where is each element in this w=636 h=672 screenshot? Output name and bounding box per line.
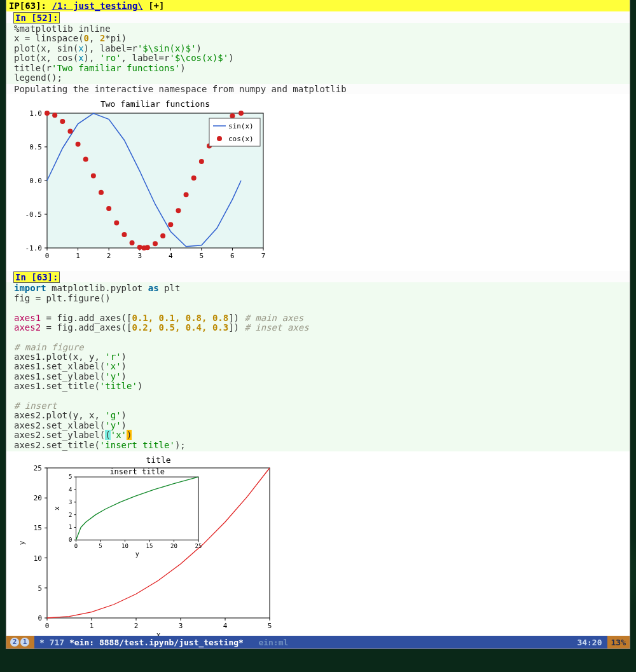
svg-point-47 xyxy=(184,193,189,198)
svg-point-54 xyxy=(238,111,244,116)
svg-rect-88 xyxy=(76,477,199,540)
svg-text:5: 5 xyxy=(268,622,272,630)
svg-text:1: 1 xyxy=(90,622,94,630)
svg-point-46 xyxy=(176,209,181,214)
svg-text:2: 2 xyxy=(107,252,111,260)
svg-text:5: 5 xyxy=(69,474,72,480)
svg-text:title: title xyxy=(146,455,170,465)
chart-2-wrap: titlexy0123450510152025insert titleyx051… xyxy=(6,451,630,647)
svg-text:1.0: 1.0 xyxy=(29,109,42,118)
svg-point-37 xyxy=(114,221,119,226)
svg-text:y: y xyxy=(135,551,139,558)
svg-text:-0.5: -0.5 xyxy=(25,210,43,219)
svg-point-42 xyxy=(145,245,150,250)
svg-text:1: 1 xyxy=(69,524,72,530)
svg-point-44 xyxy=(160,233,165,238)
svg-text:2: 2 xyxy=(134,622,139,630)
cell-prompt-63[interactable]: In [63]: xyxy=(14,272,59,282)
svg-point-32 xyxy=(76,142,81,147)
badge-2-icon: 1 xyxy=(20,638,29,647)
svg-text:2: 2 xyxy=(69,512,72,518)
svg-text:5: 5 xyxy=(38,584,42,593)
svg-point-49 xyxy=(199,159,204,164)
svg-text:10: 10 xyxy=(121,543,128,549)
svg-text:0: 0 xyxy=(69,537,72,543)
svg-point-36 xyxy=(106,206,111,211)
title-suffix: [+] xyxy=(148,1,164,11)
svg-text:0: 0 xyxy=(45,622,50,630)
svg-text:4: 4 xyxy=(169,252,173,260)
mode-line: 2 1 * 717 *ein: 8888/test.ipynb/just_tes… xyxy=(6,636,630,648)
svg-text:cos(x): cos(x) xyxy=(228,135,254,143)
status-percent: 13% xyxy=(607,636,630,648)
code-cell-52[interactable]: %matplotlib inline x = linspace(0, 2*pi)… xyxy=(6,23,630,84)
badge-1-icon: 2 xyxy=(10,638,19,647)
title-path: /1: just_testing\ xyxy=(52,1,142,11)
svg-text:-1.0: -1.0 xyxy=(25,244,43,252)
emacs-editor[interactable]: IP[63]: /1: just_testing\ [+] In [52]: %… xyxy=(6,0,630,648)
svg-text:0: 0 xyxy=(38,614,42,622)
svg-point-29 xyxy=(52,113,57,118)
cell-prompt-52[interactable]: In [52]: xyxy=(14,13,59,23)
svg-point-53 xyxy=(230,114,235,119)
svg-text:sin(x): sin(x) xyxy=(228,122,254,130)
svg-text:3: 3 xyxy=(137,252,142,260)
svg-point-28 xyxy=(45,111,50,116)
svg-text:0.0: 0.0 xyxy=(29,177,42,185)
svg-text:15: 15 xyxy=(34,524,42,532)
svg-point-39 xyxy=(130,240,135,245)
svg-text:25: 25 xyxy=(34,464,42,472)
svg-text:0: 0 xyxy=(74,543,78,549)
svg-point-38 xyxy=(121,232,127,237)
svg-point-40 xyxy=(137,245,142,250)
stdout-cell-52: Populating the interactive namespace fro… xyxy=(6,84,630,94)
svg-text:20: 20 xyxy=(170,543,177,549)
status-buffer-name: *ein: 8888/test.ipynb/just_testing* xyxy=(69,638,244,647)
svg-text:15: 15 xyxy=(146,543,153,549)
svg-text:10: 10 xyxy=(34,554,42,563)
svg-text:1: 1 xyxy=(76,252,80,260)
svg-text:6: 6 xyxy=(230,252,235,260)
status-mid: * 717 *ein: 8888/test.ipynb/just_testing… xyxy=(34,638,572,647)
svg-text:25: 25 xyxy=(195,543,202,549)
status-position: 34:20 xyxy=(572,638,607,647)
svg-text:0: 0 xyxy=(45,252,50,260)
svg-text:3: 3 xyxy=(69,499,72,505)
svg-text:20: 20 xyxy=(34,494,42,502)
svg-point-31 xyxy=(67,129,73,134)
chart-1: Two familiar functions01234567-1.0-0.50.… xyxy=(15,98,270,263)
svg-point-35 xyxy=(99,190,104,195)
chart-1-wrap: Two familiar functions01234567-1.0-0.50.… xyxy=(6,94,630,271)
svg-text:5: 5 xyxy=(99,543,102,549)
title-bar: IP[63]: /1: just_testing\ [+] xyxy=(6,0,630,11)
svg-text:0.5: 0.5 xyxy=(29,143,42,151)
svg-text:x: x xyxy=(54,507,61,511)
svg-text:4: 4 xyxy=(69,486,72,493)
svg-text:y: y xyxy=(18,540,26,545)
status-mode: ein:ml xyxy=(258,638,288,647)
svg-text:5: 5 xyxy=(200,252,204,260)
svg-point-48 xyxy=(191,175,197,181)
status-line-count: 717 xyxy=(50,638,64,647)
svg-point-43 xyxy=(153,242,158,247)
svg-point-58 xyxy=(217,136,222,141)
svg-text:Two familiar functions: Two familiar functions xyxy=(100,99,210,109)
svg-text:insert title: insert title xyxy=(109,467,165,476)
svg-text:7: 7 xyxy=(261,252,266,260)
code-cell-63[interactable]: import matplotlib.pyplot as plt fig = pl… xyxy=(6,282,630,451)
title-prefix: IP[63]: xyxy=(9,1,46,11)
svg-point-30 xyxy=(60,119,65,124)
svg-point-34 xyxy=(91,174,96,179)
svg-point-45 xyxy=(168,223,173,228)
svg-text:4: 4 xyxy=(223,622,228,630)
status-left: 2 1 xyxy=(6,636,34,648)
svg-text:3: 3 xyxy=(179,622,183,630)
svg-point-33 xyxy=(83,157,88,162)
chart-2: titlexy0123450510152025insert titleyx051… xyxy=(15,455,282,640)
